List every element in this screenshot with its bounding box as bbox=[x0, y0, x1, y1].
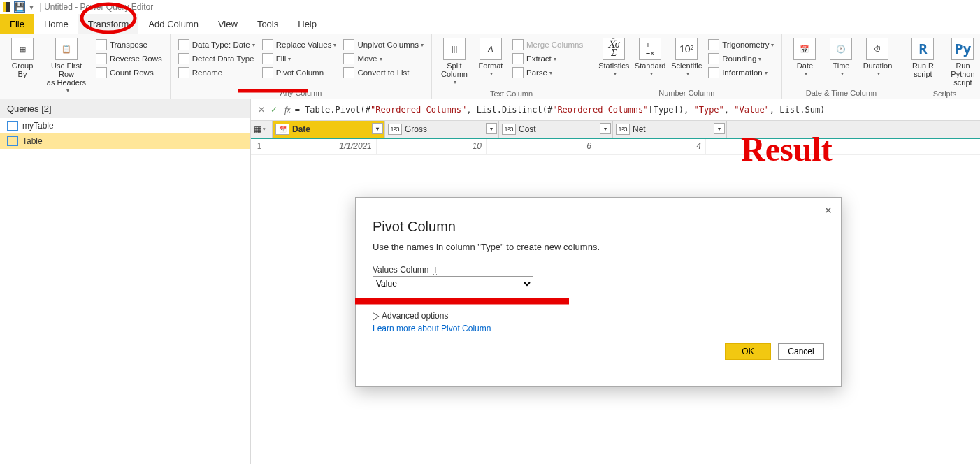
title-bar: 💾 ▾ | Untitled - Power Query Editor bbox=[0, 0, 980, 14]
advanced-options-toggle[interactable]: ▷Advanced options bbox=[373, 311, 824, 321]
rename-icon bbox=[178, 67, 189, 78]
information-icon bbox=[708, 67, 719, 78]
formula-cancel-icon[interactable]: ✕ bbox=[255, 103, 268, 116]
extract-button[interactable]: Extract▾ bbox=[510, 52, 585, 66]
use-first-row-icon: 📋 bbox=[55, 38, 78, 60]
column-header-cost[interactable]: 1²3 Cost ▾ bbox=[499, 121, 613, 138]
pivot-column-dialog: ✕ Pivot Column Use the names in column "… bbox=[355, 197, 842, 387]
count-rows-icon bbox=[96, 67, 107, 78]
transpose-button[interactable]: Transpose bbox=[94, 38, 164, 52]
number-type-icon: 1²3 bbox=[616, 124, 630, 135]
window-title: Untitled - Power Query Editor bbox=[44, 2, 153, 12]
tab-add-column[interactable]: Add Column bbox=[138, 14, 208, 34]
cell-date[interactable]: 1/1/2021 bbox=[268, 139, 377, 154]
rounding-icon bbox=[708, 53, 719, 64]
ribbon-group-any-column: Data Type: Date▾ Detect Data Type Rename… bbox=[171, 34, 432, 99]
trigonometry-icon bbox=[708, 39, 719, 50]
info-icon[interactable]: i bbox=[433, 266, 438, 275]
cell-gross[interactable]: 10 bbox=[377, 139, 487, 154]
duration-button[interactable]: ⏱ Duration▾ bbox=[859, 36, 895, 87]
group-label-scripts: Scripts bbox=[933, 88, 957, 99]
values-column-select[interactable]: Value bbox=[373, 276, 533, 291]
qat-dropdown-icon[interactable]: ▾ bbox=[29, 2, 34, 12]
time-button[interactable]: 🕐 Time▾ bbox=[823, 36, 859, 87]
statistics-icon: X̄σΣ bbox=[603, 38, 625, 60]
ok-button[interactable]: OK bbox=[725, 343, 771, 360]
replace-values-button[interactable]: Replace Values▾ bbox=[260, 38, 339, 52]
grid-header: ▦▾ 📅 Date ▾ 1²3 Gross ▾ 1²3 Cost ▾ 1 bbox=[251, 121, 980, 139]
transpose-icon bbox=[96, 39, 107, 50]
formula-accept-icon[interactable]: ✓ bbox=[268, 103, 280, 116]
save-icon[interactable]: 💾 bbox=[14, 1, 25, 13]
cell-cost[interactable]: 6 bbox=[487, 139, 596, 154]
formula-input[interactable]: = Table.Pivot(#"Reordered Columns", List… bbox=[295, 105, 976, 115]
move-button[interactable]: Move▾ bbox=[341, 52, 426, 66]
column-header-gross[interactable]: 1²3 Gross ▾ bbox=[385, 121, 499, 138]
trigonometry-button[interactable]: Trigonometry▾ bbox=[706, 38, 776, 52]
group-label-datetime: Date & Time Column bbox=[806, 87, 877, 99]
query-label: Table bbox=[22, 136, 43, 146]
extract-icon bbox=[512, 53, 524, 64]
column-filter-icon[interactable]: ▾ bbox=[486, 123, 497, 134]
date-type-icon: 📅 bbox=[275, 124, 289, 135]
column-filter-icon[interactable]: ▾ bbox=[600, 123, 611, 134]
format-button[interactable]: A Format▾ bbox=[473, 36, 509, 88]
information-button[interactable]: Information▾ bbox=[706, 66, 776, 80]
data-type-button[interactable]: Data Type: Date▾ bbox=[176, 38, 257, 52]
fill-button[interactable]: Fill▾ bbox=[260, 52, 339, 66]
ribbon-group-datetime: 📅 Date▾ 🕐 Time▾ ⏱ Duration▾ Date & Time … bbox=[782, 34, 900, 99]
column-filter-icon[interactable]: ▾ bbox=[372, 123, 383, 134]
tab-view[interactable]: View bbox=[208, 14, 247, 34]
cancel-button[interactable]: Cancel bbox=[778, 343, 824, 360]
ribbon-group-number-column: X̄σΣ Statistics▾ +−÷× Standard▾ 10² Scie… bbox=[591, 34, 782, 99]
grid-corner[interactable]: ▦▾ bbox=[251, 121, 273, 138]
cell-net[interactable]: 4 bbox=[596, 139, 706, 154]
number-type-icon: 1²3 bbox=[502, 124, 516, 135]
detect-data-type-button[interactable]: Detect Data Type bbox=[176, 52, 257, 66]
split-column-button[interactable]: ||| Split Column▾ bbox=[436, 36, 473, 88]
merge-columns-button[interactable]: Merge Columns bbox=[510, 38, 585, 52]
app-logo-icon bbox=[3, 2, 10, 12]
query-label: myTable bbox=[22, 121, 54, 131]
rounding-button[interactable]: Rounding▾ bbox=[706, 52, 776, 66]
reverse-rows-button[interactable]: Reverse Rows bbox=[94, 52, 164, 66]
column-filter-icon[interactable]: ▾ bbox=[714, 123, 725, 134]
fx-icon[interactable]: fx bbox=[284, 105, 291, 115]
learn-more-link[interactable]: Learn more about Pivot Column bbox=[373, 324, 824, 333]
group-by-button[interactable]: ▦ Group By bbox=[4, 36, 41, 96]
move-icon bbox=[343, 53, 354, 64]
run-r-button[interactable]: R Run R script bbox=[905, 36, 941, 88]
table-row[interactable]: 1 1/1/2021 10 6 4 bbox=[251, 139, 980, 155]
column-header-net[interactable]: 1²3 Net ▾ bbox=[613, 121, 727, 138]
expand-icon: ▷ bbox=[373, 310, 379, 322]
pivot-column-button[interactable]: Pivot Column bbox=[260, 66, 339, 80]
statistics-button[interactable]: X̄σΣ Statistics▾ bbox=[596, 36, 632, 87]
tab-transform[interactable]: Transform bbox=[78, 14, 139, 34]
fill-icon bbox=[262, 53, 273, 64]
replace-values-icon bbox=[262, 39, 273, 50]
queries-pane: Queries [2] myTable Table bbox=[0, 99, 251, 464]
rename-button[interactable]: Rename bbox=[176, 66, 257, 80]
count-rows-button[interactable]: Count Rows bbox=[94, 66, 164, 80]
tab-tools[interactable]: Tools bbox=[247, 14, 288, 34]
values-column-label: Values Column i bbox=[373, 265, 824, 275]
tab-help[interactable]: Help bbox=[288, 14, 326, 34]
detect-type-icon bbox=[178, 53, 189, 64]
time-icon: 🕐 bbox=[830, 38, 852, 60]
ribbon-group-text-column: ||| Split Column▾ A Format▾ Merge Column… bbox=[432, 34, 591, 99]
unpivot-icon bbox=[343, 39, 354, 50]
standard-button[interactable]: +−÷× Standard▾ bbox=[632, 36, 668, 87]
query-item-table[interactable]: Table bbox=[0, 133, 250, 149]
tab-file[interactable]: File bbox=[0, 14, 34, 34]
dialog-close-icon[interactable]: ✕ bbox=[821, 203, 835, 217]
unpivot-columns-button[interactable]: Unpivot Columns▾ bbox=[341, 38, 426, 52]
use-first-row-button[interactable]: 📋 Use First Row as Headers▾ bbox=[41, 36, 92, 96]
convert-to-list-button[interactable]: Convert to List bbox=[341, 66, 426, 80]
tab-home[interactable]: Home bbox=[34, 14, 78, 34]
column-header-date[interactable]: 📅 Date ▾ bbox=[273, 121, 385, 138]
date-button[interactable]: 📅 Date▾ bbox=[786, 36, 823, 87]
scientific-button[interactable]: 10² Scientific▾ bbox=[668, 36, 705, 87]
parse-button[interactable]: Parse▾ bbox=[510, 66, 585, 80]
query-item-mytable[interactable]: myTable bbox=[0, 118, 250, 133]
run-python-button[interactable]: Py Run Python script bbox=[941, 36, 980, 88]
